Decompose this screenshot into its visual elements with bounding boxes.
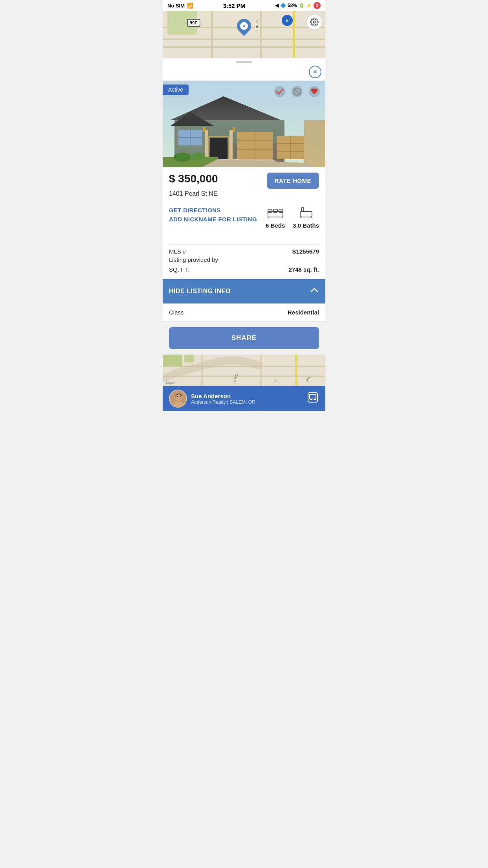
svg-rect-27 bbox=[203, 127, 205, 132]
agent-contact-icon[interactable] bbox=[306, 391, 319, 406]
links-left: GET DIRECTIONS ADD NICKNAME FOR LISTING bbox=[169, 207, 257, 223]
price-row: $ 350,000 RATE HOME bbox=[169, 173, 319, 189]
map-background: 99E 5 St NE ♥ bbox=[163, 11, 325, 58]
agent-info: Sue Anderson Anderson Realty | SALEM, OR bbox=[169, 390, 255, 408]
highway-badge: 99E bbox=[187, 19, 200, 27]
mls-value: S1255679 bbox=[292, 248, 319, 255]
mls-row: MLS # S1255679 bbox=[169, 248, 319, 255]
svg-point-26 bbox=[191, 153, 205, 160]
sqft-row: SQ. FT. 2748 sq. ft. bbox=[169, 266, 319, 273]
legal-text: Legal bbox=[166, 381, 174, 384]
bottom-map: e RC C Pte Legal bbox=[163, 355, 325, 386]
map-settings-button[interactable] bbox=[306, 14, 322, 30]
beds-label: 6 Beds bbox=[266, 222, 285, 229]
hide-listing-text: HIDE LISTING INFO bbox=[169, 288, 231, 295]
class-value: Residential bbox=[288, 309, 319, 316]
charge-icon: ⚡ bbox=[306, 3, 312, 8]
mls-section: MLS # S1255679 Listing provided by SQ. F… bbox=[163, 235, 325, 279]
svg-rect-54 bbox=[184, 355, 194, 362]
battery-icon: 🔋 bbox=[299, 3, 305, 8]
svg-point-30 bbox=[274, 86, 285, 97]
svg-rect-21 bbox=[229, 130, 233, 159]
map-road bbox=[211, 11, 213, 58]
block-button[interactable] bbox=[290, 85, 304, 99]
svg-rect-61 bbox=[310, 394, 316, 399]
sheet-handle bbox=[163, 58, 325, 65]
status-bar: No SIM 📶 3:52 PM ◀ 🔷 58% 🔋 ⚡ 2 bbox=[163, 0, 325, 11]
agent-company: Anderson Realty | SALEM, OR bbox=[191, 399, 255, 405]
hide-listing-info-banner[interactable]: HIDE LISTING INFO bbox=[163, 279, 325, 303]
listing-provided-row: Listing provided by bbox=[169, 256, 319, 263]
favorite-button[interactable] bbox=[307, 85, 321, 99]
battery-label: 58% bbox=[288, 3, 297, 8]
number-badge: 2 bbox=[314, 2, 321, 9]
map-road bbox=[163, 46, 325, 48]
wifi-icon: 📶 bbox=[187, 3, 193, 9]
close-button[interactable]: × bbox=[309, 66, 321, 78]
svg-point-59 bbox=[180, 396, 181, 397]
svg-rect-53 bbox=[163, 355, 182, 366]
svg-point-25 bbox=[174, 153, 191, 162]
map-pin[interactable]: ♥ bbox=[237, 19, 251, 33]
agent-name: Sue Anderson bbox=[191, 393, 255, 399]
svg-rect-28 bbox=[233, 127, 235, 132]
listing-price: $ 350,000 bbox=[169, 173, 218, 185]
chevron-up-icon bbox=[310, 285, 319, 297]
divider-top bbox=[169, 245, 319, 245]
bluetooth-icon: 🔷 bbox=[280, 3, 286, 8]
map-road-yellow bbox=[293, 11, 295, 58]
svg-rect-24 bbox=[304, 120, 325, 167]
beds-baths: 6 Beds 3.0 Baths bbox=[266, 207, 319, 229]
listing-actions bbox=[273, 85, 321, 99]
map-area: 99E 5 St NE ♥ bbox=[163, 11, 325, 58]
active-badge: Active bbox=[163, 85, 189, 95]
checkmark-button[interactable] bbox=[273, 85, 287, 99]
sqft-value: 2748 sq. ft. bbox=[288, 266, 319, 273]
sqft-label: SQ. FT. bbox=[169, 266, 189, 273]
carrier-label: No SIM bbox=[167, 3, 185, 9]
mls-label: MLS # bbox=[169, 248, 186, 255]
bottom-map-svg: e RC C Pte bbox=[163, 355, 325, 386]
bed-icon bbox=[268, 207, 283, 221]
close-row: × bbox=[163, 65, 325, 81]
sheet-handle-bar bbox=[236, 61, 252, 63]
add-nickname-link[interactable]: ADD NICKNAME FOR LISTING bbox=[169, 216, 257, 223]
listing-provided-label: Listing provided by bbox=[169, 256, 218, 263]
status-left: No SIM 📶 bbox=[167, 3, 193, 9]
share-button[interactable]: SHARE bbox=[169, 327, 319, 349]
location-icon: ◀ bbox=[275, 3, 279, 8]
class-label: Class bbox=[169, 309, 184, 316]
agent-text-container: Sue Anderson Anderson Realty | SALEM, OR bbox=[191, 393, 255, 405]
class-row: Class Residential bbox=[163, 303, 325, 322]
freeway-badge: 5 bbox=[282, 15, 293, 26]
beds-item: 6 Beds bbox=[266, 207, 285, 229]
bath-icon bbox=[299, 207, 313, 221]
svg-rect-41 bbox=[300, 211, 312, 217]
info-section: $ 350,000 RATE HOME 1401 Pearl St NE GET… bbox=[163, 167, 325, 235]
svg-rect-20 bbox=[205, 130, 208, 159]
svg-point-58 bbox=[177, 396, 178, 397]
links-row: GET DIRECTIONS ADD NICKNAME FOR LISTING … bbox=[169, 204, 319, 232]
listing-image: Active bbox=[163, 81, 325, 167]
baths-label: 3.0 Baths bbox=[293, 222, 319, 229]
get-directions-link[interactable]: GET DIRECTIONS bbox=[169, 207, 257, 213]
street-label: St NE bbox=[255, 20, 259, 29]
map-road bbox=[260, 11, 262, 58]
time-display: 3:52 PM bbox=[223, 2, 246, 9]
agent-bar: Sue Anderson Anderson Realty | SALEM, OR bbox=[163, 386, 325, 411]
listing-address: 1401 Pearl St NE bbox=[169, 190, 319, 197]
rate-home-button[interactable]: RATE HOME bbox=[267, 173, 319, 189]
map-road bbox=[163, 39, 325, 40]
agent-avatar bbox=[169, 390, 187, 408]
status-right: ◀ 🔷 58% 🔋 ⚡ 2 bbox=[275, 2, 321, 9]
svg-point-0 bbox=[313, 21, 316, 23]
close-icon: × bbox=[313, 68, 317, 75]
baths-item: 3.0 Baths bbox=[293, 207, 319, 229]
